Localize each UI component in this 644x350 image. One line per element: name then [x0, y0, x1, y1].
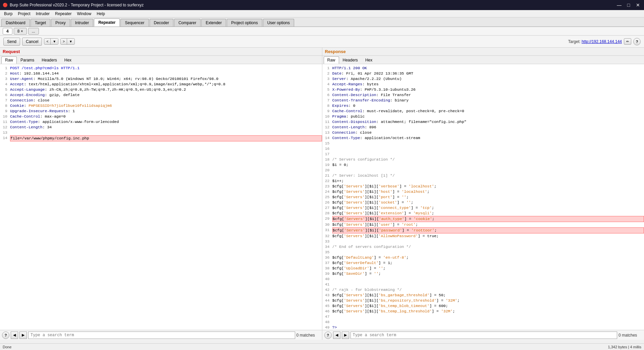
- tab-extender[interactable]: Extender: [201, 19, 226, 27]
- line-number: 31: [322, 227, 332, 233]
- line-content: Cache-Control: max-age=0: [10, 114, 322, 119]
- request-search-prev[interactable]: ◀: [11, 332, 18, 339]
- response-search-input[interactable]: [351, 332, 618, 339]
- table-row: 6Content-Description: File Transfer: [322, 92, 644, 98]
- line-content: Host: 192.168.144.144: [10, 71, 322, 76]
- request-tab-hex[interactable]: Hex: [61, 56, 75, 64]
- table-row: 9Upgrade-Insecure-Requests: 1: [0, 108, 322, 114]
- table-row: 8Expires: 0: [322, 103, 644, 108]
- line-number: 23: [322, 184, 332, 189]
- edit-target-button[interactable]: ✏: [624, 38, 631, 45]
- table-row: 16: [322, 146, 644, 151]
- request-search-next[interactable]: ▶: [19, 332, 27, 339]
- response-panel-title: Response: [322, 48, 644, 56]
- line-content: [10, 130, 322, 135]
- line-number: 12: [0, 125, 10, 130]
- line-content: Cookie: PHPSESSID=h7jioflbue10fvilidsapi…: [10, 103, 322, 108]
- table-row: 5X-Powered-By: PHP/5.3.10-1ubuntu3.26: [322, 87, 644, 92]
- response-tab-headers[interactable]: Headers: [339, 56, 362, 64]
- line-content: [332, 319, 644, 325]
- response-code-area[interactable]: 1HTTP/1.1 200 OK2Date: Fri, 01 Apr 2022 …: [322, 64, 644, 330]
- request-panel-title: Request: [0, 48, 322, 56]
- tab-project-options[interactable]: Project options: [227, 19, 262, 27]
- line-content: Accept: text/html,application/xhtml+xml,…: [10, 82, 322, 87]
- request-tab-headers[interactable]: Headers: [38, 56, 60, 64]
- line-content: Server: Apache/2.2.22 (Ubuntu): [332, 76, 644, 82]
- response-tab-hex[interactable]: Hex: [362, 56, 376, 64]
- tab-proxy[interactable]: Proxy: [51, 19, 70, 27]
- table-row: 47: [322, 314, 644, 319]
- line-content: $cfg['Servers'][$i]['AllowNoPassword'] =…: [332, 233, 644, 239]
- response-tab-raw[interactable]: Raw: [324, 56, 339, 64]
- line-number: 20: [322, 168, 332, 173]
- repeater-tab-bar: 4 8 × ...: [0, 27, 644, 36]
- repeater-tab-more[interactable]: ...: [28, 28, 39, 35]
- send-button[interactable]: Send: [3, 38, 20, 46]
- request-tabs: Raw Params Headers Hex: [0, 56, 322, 64]
- tab-decoder[interactable]: Decoder: [150, 19, 173, 27]
- next-dropdown-button[interactable]: ▼: [67, 39, 74, 44]
- cancel-button[interactable]: Cancel: [22, 38, 42, 46]
- line-number: 24: [322, 189, 332, 194]
- table-row: 48: [322, 319, 644, 325]
- repeater-tab-4[interactable]: 4: [3, 28, 12, 35]
- close-button[interactable]: ✕: [635, 2, 641, 8]
- table-row: 13: [0, 130, 322, 135]
- line-number: 19: [322, 162, 332, 168]
- line-content: [332, 168, 644, 173]
- line-number: 14: [322, 135, 332, 141]
- menu-window[interactable]: Window: [74, 11, 94, 17]
- menu-repeater[interactable]: Repeater: [52, 11, 74, 17]
- content-area: Request Raw Params Headers Hex 1POST /te…: [0, 48, 644, 340]
- request-code-area[interactable]: 1POST /test.php?cmd=ls HTTP/1.12Host: 19…: [0, 64, 322, 330]
- menu-project[interactable]: Project: [15, 11, 33, 17]
- line-number: 32: [322, 233, 332, 239]
- target-url[interactable]: http://192.168.144.144: [582, 39, 622, 44]
- line-number: 14: [0, 135, 10, 141]
- line-content: Date: Fri, 01 Apr 2022 13:36:35 GMT: [332, 71, 644, 76]
- request-search-help[interactable]: ?: [2, 332, 9, 339]
- line-number: 40: [322, 276, 332, 282]
- line-content: Content-Type: application/x-www-form-url…: [10, 119, 322, 125]
- request-tab-params[interactable]: Params: [17, 56, 38, 64]
- repeater-toolbar: Send Cancel < ▼ > ▼ Target: http://192.1…: [0, 36, 644, 48]
- prev-dropdown-button[interactable]: ▼: [51, 39, 58, 44]
- request-tab-raw[interactable]: Raw: [1, 56, 17, 64]
- minimize-button[interactable]: —: [616, 2, 623, 8]
- menu-bar: Burp Project Intruder Repeater Window He…: [0, 10, 644, 17]
- table-row: 10Pragma: public: [322, 114, 644, 119]
- menu-intruder[interactable]: Intruder: [33, 11, 52, 17]
- help-button[interactable]: ?: [633, 38, 641, 45]
- request-search-input[interactable]: [28, 332, 295, 339]
- line-number: 25: [322, 194, 332, 200]
- table-row: 44$cfg['Servers'][$i]['bs_repository_thr…: [322, 298, 644, 303]
- tab-sequencer[interactable]: Sequencer: [120, 19, 149, 27]
- table-row: 25$cfg['Servers'][$i]['port'] = '';: [322, 194, 644, 200]
- line-content: Content-Type: application/octet-stream: [332, 135, 644, 141]
- tab-user-options[interactable]: User options: [263, 19, 294, 27]
- next-button[interactable]: >: [61, 39, 67, 44]
- repeater-tab-8[interactable]: 8 ×: [14, 28, 27, 35]
- response-search-prev[interactable]: ◀: [333, 332, 340, 339]
- line-content: $cfg['SaveDir'] = '';: [332, 271, 644, 276]
- prev-button[interactable]: <: [44, 39, 51, 44]
- line-content: $cfg['Servers'][$i]['port'] = '';: [332, 194, 644, 200]
- tab-repeater[interactable]: Repeater: [94, 18, 120, 27]
- line-content: $cfg['ServerDefault'] = 1;: [332, 260, 644, 266]
- line-number: 6: [0, 92, 10, 98]
- response-search-next[interactable]: ▶: [342, 332, 349, 339]
- tab-dashboard[interactable]: Dashboard: [1, 19, 30, 27]
- line-number: 39: [322, 271, 332, 276]
- table-row: 34/* End of servers configuration */: [322, 244, 644, 250]
- menu-help[interactable]: Help: [94, 11, 108, 17]
- maximize-button[interactable]: □: [625, 2, 632, 8]
- line-content: [332, 314, 644, 319]
- menu-burp[interactable]: Burp: [1, 11, 15, 17]
- tab-target[interactable]: Target: [31, 19, 50, 27]
- line-number: 34: [322, 244, 332, 250]
- tab-intruder[interactable]: Intruder: [71, 19, 93, 27]
- table-row: 14Content-Type: application/octet-stream: [322, 135, 644, 141]
- response-search-help[interactable]: ?: [324, 332, 332, 339]
- line-number: 38: [322, 266, 332, 271]
- tab-comparer[interactable]: Comparer: [174, 19, 201, 27]
